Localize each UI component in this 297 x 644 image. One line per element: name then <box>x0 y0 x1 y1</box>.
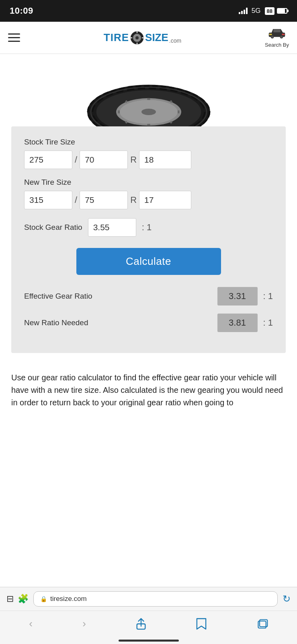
slash-separator-1: / <box>75 155 77 165</box>
url-field[interactable]: 🔒 tiresize.com <box>33 591 278 607</box>
svg-line-24 <box>125 122 127 123</box>
bookmarks-button[interactable] <box>192 616 211 632</box>
new-tire-label: New Tire Size <box>24 178 273 187</box>
new-ratio-colon: : 1 <box>263 318 273 328</box>
svg-point-2 <box>135 36 139 39</box>
new-ratio-label: New Ratio Needed <box>24 318 212 327</box>
hamburger-menu[interactable] <box>8 33 20 42</box>
car-icon <box>268 27 286 40</box>
tire-graphic <box>76 54 221 126</box>
stock-tire-width[interactable] <box>24 151 72 169</box>
new-tire-width[interactable] <box>24 191 72 209</box>
effective-gear-value: 3.31 <box>217 287 258 305</box>
svg-line-22 <box>125 101 127 102</box>
new-tire-inputs: / R <box>24 191 273 209</box>
tab-list-icon[interactable]: ⊟ <box>6 594 14 604</box>
description-text: Use our gear ratio calculator to find th… <box>0 365 297 415</box>
tire-image <box>0 54 297 126</box>
battery-icon <box>277 8 287 14</box>
status-time: 10:09 <box>10 6 33 16</box>
r-separator-1: R <box>130 155 137 165</box>
svg-line-23 <box>170 101 172 102</box>
network-label: 5G <box>252 7 261 15</box>
stock-gear-row: Stock Gear Ratio : 1 <box>24 218 273 237</box>
battery-percent: 88 <box>265 7 274 15</box>
svg-rect-11 <box>269 34 272 35</box>
lock-icon: 🔒 <box>40 596 47 602</box>
svg-line-25 <box>170 122 172 123</box>
stock-tire-group: Stock Tire Size / R <box>24 138 273 169</box>
signal-icon <box>239 8 248 14</box>
battery-container: 88 <box>265 7 287 15</box>
new-tire-aspect[interactable] <box>80 191 128 209</box>
svg-point-9 <box>280 35 283 38</box>
search-by-label: Search By <box>265 42 289 48</box>
stock-tire-rim[interactable] <box>139 151 191 169</box>
svg-rect-12 <box>282 34 285 35</box>
share-button[interactable] <box>132 616 150 632</box>
description-paragraph: Use our gear ratio calculator to find th… <box>11 372 286 409</box>
stock-gear-label: Stock Gear Ratio <box>24 223 82 232</box>
home-indicator <box>119 640 179 642</box>
stock-tire-label: Stock Tire Size <box>24 138 273 147</box>
logo-com-text: .com <box>169 37 181 44</box>
stock-tire-aspect[interactable] <box>80 151 128 169</box>
new-tire-rim[interactable] <box>139 191 191 209</box>
browser-bottom-bar: ⊟ 🧩 🔒 tiresize.com ↻ ‹ › <box>0 587 297 644</box>
svg-rect-10 <box>273 29 281 32</box>
slash-separator-2: / <box>75 195 77 205</box>
svg-point-26 <box>141 109 156 115</box>
stock-tire-inputs: / R <box>24 151 273 169</box>
logo-wheel-icon <box>130 31 144 45</box>
url-bar: ⊟ 🧩 🔒 tiresize.com ↻ <box>0 587 297 611</box>
status-right: 5G 88 <box>239 7 287 15</box>
new-tire-group: New Tire Size / R <box>24 178 273 209</box>
new-ratio-value: 3.81 <box>217 314 258 332</box>
calculate-button[interactable]: Calculate <box>76 248 221 275</box>
browser-nav: ‹ › <box>0 611 297 640</box>
svg-point-8 <box>271 35 274 38</box>
browser-tab-icons[interactable]: ⊟ 🧩 <box>6 594 29 604</box>
effective-gear-label: Effective Gear Ratio <box>24 292 212 301</box>
logo-tire-text: TIRE <box>104 31 129 44</box>
logo-size-text: SIZE <box>145 31 168 44</box>
effective-gear-colon: : 1 <box>263 291 273 301</box>
stock-gear-input[interactable] <box>88 218 136 237</box>
effective-gear-row: Effective Gear Ratio 3.31 : 1 <box>24 287 273 305</box>
forward-button[interactable]: › <box>78 616 90 632</box>
stock-gear-colon: : 1 <box>142 222 152 233</box>
puzzle-icon[interactable]: 🧩 <box>18 594 29 604</box>
tabs-button[interactable] <box>253 617 272 631</box>
calculator-card: Stock Tire Size / R New Tire Size / R St… <box>11 126 286 353</box>
url-text: tiresize.com <box>50 595 87 603</box>
status-bar: 10:09 5G 88 <box>0 0 297 22</box>
search-by-button[interactable]: Search By <box>265 27 289 48</box>
back-button[interactable]: ‹ <box>25 616 37 632</box>
new-ratio-row: New Ratio Needed 3.81 : 1 <box>24 314 273 332</box>
reload-button[interactable]: ↻ <box>283 593 291 605</box>
site-logo[interactable]: TIRE SIZE .com <box>104 31 181 45</box>
r-separator-2: R <box>130 195 137 205</box>
header: TIRE SIZE .com Search B <box>0 22 297 54</box>
